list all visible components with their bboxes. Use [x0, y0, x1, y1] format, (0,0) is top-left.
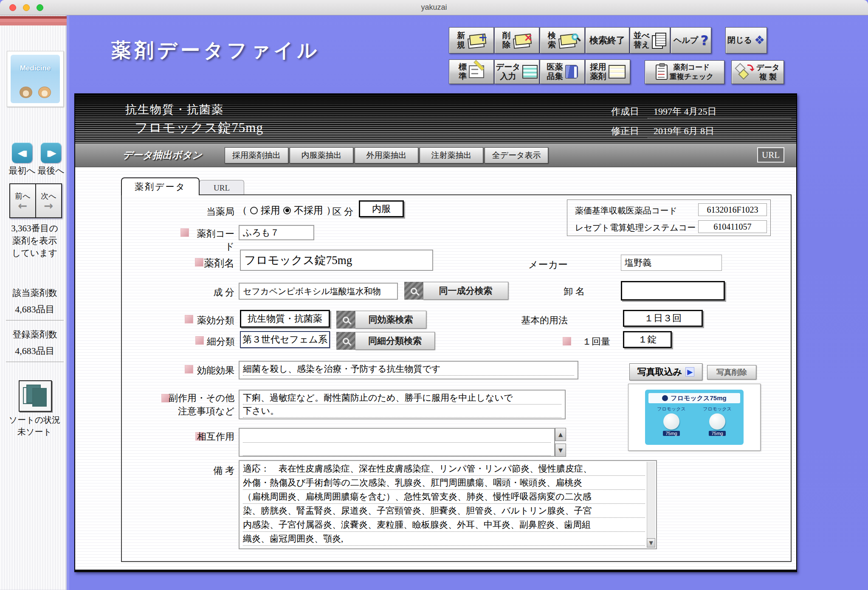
- go-next-button[interactable]: 次へ →: [36, 184, 61, 217]
- record-category: 抗生物質・抗菌薬: [125, 102, 224, 117]
- subclass-label: 細分類: [207, 335, 235, 348]
- magnifier-zone: [336, 332, 355, 350]
- dose-field[interactable]: １錠: [623, 331, 672, 348]
- usage-label: 基本的用法: [515, 314, 568, 327]
- duplicate-data-button[interactable]: データ 複 製: [731, 60, 784, 84]
- photo-import-button[interactable]: 写真取込み ▶: [629, 363, 702, 380]
- wholesaler-field[interactable]: [621, 281, 725, 301]
- delete-record-button[interactable]: 削 除 ×: [494, 27, 539, 53]
- collapse-arrows-icon: ❖: [754, 36, 765, 45]
- book-icon: [565, 65, 578, 79]
- blister-brand-text: フロモックス75mg: [671, 394, 726, 402]
- go-last-button[interactable]: ▮▶: [41, 143, 61, 163]
- close-button[interactable]: 閉じる ❖: [725, 27, 767, 53]
- record-panel: 抗生物質・抗菌薬 フロモックス錠75mg 作成日 1997年 4月25日 修正日…: [74, 93, 797, 572]
- go-first-button[interactable]: ◀▮: [12, 143, 32, 163]
- sidebar: Medicine ◀▮ ▮▶ 最初へ 最後へ 前へ ← 次へ → 3: [0, 15, 69, 590]
- effect-field[interactable]: 細菌を殺し、感染を治療・予防する抗生物質です: [239, 361, 578, 379]
- dose-badge: 75mg: [663, 431, 680, 436]
- copy-diamond-icon: [736, 64, 754, 81]
- interaction-label: 相互作用: [197, 430, 234, 443]
- photo-delete-button[interactable]: 写真削除: [707, 365, 756, 379]
- price-code-field[interactable]: 6132016F1023: [698, 203, 767, 216]
- window-titlebar: yakuzai: [0, 0, 868, 15]
- delete-record-icon: ×: [513, 33, 531, 48]
- registered-count-value: 4,683品目: [6, 345, 64, 357]
- record-position-text: 3,363番目の 薬剤を表示 しています: [0, 222, 69, 259]
- matched-count-value: 4,683品目: [6, 303, 64, 316]
- pharmacy-label: 当薬局: [183, 205, 234, 218]
- subclass-required-marker: [195, 336, 204, 345]
- show-all-data-button[interactable]: 全データ表示: [485, 147, 548, 163]
- medicine-caption: Medicine: [11, 64, 60, 73]
- side-effect-field[interactable]: 下痢、過敏症など。耐性菌防止のため、勝手に服用を中止しないで 下さい。: [239, 390, 566, 419]
- effect-required-marker: [185, 365, 193, 374]
- go-prev-button[interactable]: 前へ ←: [10, 184, 36, 217]
- sort-button[interactable]: 並べ 替え: [630, 27, 670, 53]
- medicine-box-illustration: Medicine: [11, 55, 60, 103]
- subclass-field[interactable]: 第３世代セフェム系: [240, 331, 330, 348]
- data-grid-icon: [522, 65, 538, 79]
- drug-name-field[interactable]: フロモックス錠75mg: [240, 250, 433, 271]
- price-code-label: 薬価基準収載医薬品コード: [575, 205, 677, 216]
- interaction-scroll-down-button[interactable]: ▼: [555, 444, 566, 457]
- maker-field[interactable]: 塩野義: [621, 255, 722, 271]
- drug-book-button[interactable]: 医薬 品集: [540, 59, 585, 84]
- tablet-image: [709, 413, 725, 430]
- paren-open: （: [237, 204, 247, 217]
- created-date-value: 1997年 4月25日: [648, 105, 791, 118]
- ingredient-field[interactable]: セフカペンピボキシル塩酸塩水和物: [239, 283, 398, 300]
- interaction-field[interactable]: [239, 428, 555, 457]
- radio-adopted-label: 採用: [261, 204, 280, 217]
- data-extract-label: データ抽出ボタン: [123, 149, 202, 162]
- standard-layout-button[interactable]: 標 準: [449, 59, 494, 84]
- extract-adopted-button[interactable]: 採用薬剤抽出: [225, 147, 288, 163]
- radio-rejected[interactable]: [283, 207, 291, 214]
- same-efficacy-search-button[interactable]: 同効薬検索: [336, 311, 426, 329]
- tab-drug-data[interactable]: 薬剤データ: [121, 177, 200, 195]
- receipt-code-field[interactable]: 610411057: [698, 220, 767, 233]
- efficacy-required-marker: [185, 315, 193, 323]
- list-icon: [609, 65, 626, 79]
- efficacy-class-field[interactable]: 抗生物質・抗菌薬: [240, 310, 330, 328]
- data-entry-button[interactable]: データ 入力: [494, 59, 539, 84]
- extract-external-button[interactable]: 外用薬抽出: [355, 147, 418, 163]
- division-field[interactable]: 内服: [359, 200, 404, 217]
- url-button[interactable]: URL: [757, 147, 784, 163]
- receipt-code-label: レセプト電算処理システムコード: [575, 222, 705, 233]
- same-subclass-search-button[interactable]: 同細分類検索: [336, 332, 435, 350]
- search-button[interactable]: 検 索: [540, 27, 585, 53]
- extract-injection-button[interactable]: 注射薬抽出: [420, 147, 483, 163]
- new-record-button[interactable]: 新 規 +: [449, 27, 494, 53]
- data-extract-strip: データ抽出ボタン 採用薬剤抽出 内服薬抽出 外用薬抽出 注射薬抽出 全データ表示…: [75, 143, 796, 167]
- modified-date-label: 修正日: [611, 125, 639, 138]
- drug-name-label: 薬剤名: [199, 256, 234, 270]
- extract-internal-button[interactable]: 内服薬抽出: [290, 147, 353, 163]
- record-title: フロモックス錠75mg: [135, 119, 263, 137]
- maker-logo-icon: [662, 395, 668, 401]
- usage-field[interactable]: １日３回: [623, 310, 703, 327]
- tab-url[interactable]: URL: [199, 180, 244, 195]
- clipboard-icon: [656, 65, 668, 80]
- help-button[interactable]: ヘルプ ?: [671, 27, 711, 53]
- page-title: 薬剤データファイル: [111, 37, 320, 64]
- remarks-field[interactable]: 適応： 表在性皮膚感染症、深在性皮膚感染症、リンパ管・リンパ節炎、慢性膿皮症、 …: [239, 460, 657, 549]
- same-ingredient-search-button[interactable]: 同一成分検索: [404, 282, 508, 300]
- drug-codes-box: 薬価基準収載医薬品コード 6132016F1023 レセプト電算処理システムコー…: [567, 199, 771, 236]
- created-date-label: 作成日: [611, 105, 639, 118]
- tablet-image: [663, 413, 679, 430]
- drug-code-field[interactable]: ふろも７: [239, 225, 314, 240]
- code-duplicate-check-button[interactable]: 薬剤コード 重複チェック: [645, 60, 724, 84]
- adopted-drugs-button[interactable]: 採用 薬剤: [585, 59, 630, 84]
- remarks-scrollbar-track[interactable]: [647, 462, 655, 538]
- magnifier-icon: [343, 338, 349, 344]
- remarks-scroll-down-button[interactable]: ▼: [647, 538, 655, 548]
- radio-adopted[interactable]: [250, 207, 258, 214]
- search-end-button[interactable]: 検索終了: [585, 27, 629, 53]
- drug-photo: フロモックス75mg フロモックス 75mg フロモックス 75mg: [628, 384, 761, 451]
- blister-pack-label: フロモックス: [657, 406, 686, 412]
- wholesaler-label: 卸 名: [544, 285, 585, 298]
- interaction-scroll-up-button[interactable]: ▲: [555, 428, 566, 441]
- blister-pack-image: フロモックス75mg フロモックス 75mg フロモックス 75mg: [645, 390, 744, 445]
- effect-label: 効能効果: [197, 364, 234, 377]
